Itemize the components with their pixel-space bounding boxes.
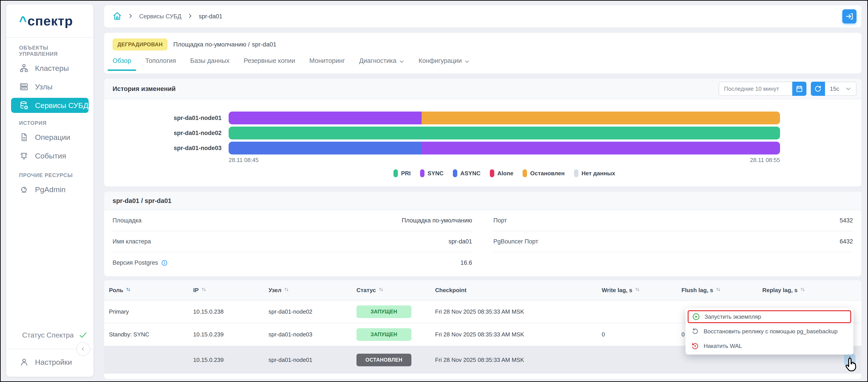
timeline-track[interactable] [229,142,780,154]
legend-item: ASYNC [453,169,480,177]
legend-swatch [574,169,579,177]
cluster-info-right-column: Порт 5432 PgBouncer Порт 6432 [493,210,853,273]
refresh-interval-select[interactable]: 15с [825,82,857,96]
sidebar-item-settings[interactable]: Настройки [6,353,93,371]
timeline-axis: 28.11 08:45 28.11 08:55 [229,157,780,164]
sort-icon [378,287,384,294]
column-header-ip[interactable]: IP [188,287,264,294]
legend-item: SYNC [420,169,443,177]
sidebar-item-label: PgAdmin [35,185,66,194]
sidebar-item-clusters[interactable]: Кластеры [11,59,89,77]
tab-topology[interactable]: Топология [145,56,176,71]
tab-diagnostics[interactable]: Диагностика [359,56,404,71]
sidebar-item-pgadmin[interactable]: PgAdmin [11,180,89,199]
timeline-start-label: 28.11 08:45 [229,157,258,164]
column-header-write-lag[interactable]: Write lag, s [597,287,677,294]
menu-item-start-instance[interactable]: Запустить экземпляр [688,310,851,323]
user-icon [20,357,29,367]
play-circle-icon [692,313,700,321]
menu-item-apply-wal[interactable]: Накатить WAL [688,340,851,352]
timeline-track[interactable] [229,127,780,139]
refresh-icon [814,85,822,93]
sort-icon [800,287,806,294]
column-header-status[interactable]: Статус [351,287,430,294]
breadcrumb-item-db-services[interactable]: Сервисы СУБД [139,13,181,20]
tab-overview[interactable]: Обзор [113,56,131,71]
info-row-pgbouncer-port: PgBouncer Порт 6432 [493,231,853,252]
sidebar-nav: ОБЪЕКТЫ УПРАВЛЕНИЯ Кластеры Узлы Сервисы… [6,45,93,199]
timeline-row-label: spr-da01-node02 [104,130,229,137]
column-header-node[interactable]: Узел [264,287,351,294]
panel-title: История изменений [113,85,176,93]
legend-swatch [523,169,527,177]
time-range-input[interactable] [719,82,792,96]
timeline-row: spr-da01-node02 [104,127,861,139]
column-header-role[interactable]: Роль [104,287,188,294]
logout-button[interactable] [842,9,857,24]
refresh-interval-value: 15с [830,85,839,92]
timeline-segment [229,111,422,125]
timeline-segment [229,142,422,154]
home-icon[interactable] [113,11,122,22]
column-header-replay-lag[interactable]: Replay lag, s [757,287,857,294]
tab-monitoring[interactable]: Мониторинг [309,56,345,71]
settings-label: Настройки [35,358,72,367]
refresh-control: 15с [811,82,857,96]
sidebar-item-events[interactable]: События [11,146,89,165]
legend-swatch [490,169,494,177]
info-row-site: Площадка Площадка по-умолчанию [113,210,472,231]
nav-section-objects: ОБЪЕКТЫ УПРАВЛЕНИЯ [11,45,89,57]
service-overview-header: ДЕГРАДИРОВАН Площадка по-умолчанию /spr-… [104,33,861,73]
breadcrumb-item-current: spr-da01 [199,13,222,20]
status-badge: ЗАПУЩЕН [356,328,411,341]
legend-swatch [420,169,425,177]
legend-item: Alone [490,169,513,177]
legend-swatch [453,169,457,177]
sidebar-item-label: Узлы [35,82,53,91]
change-history-panel: История изменений 15с spr-da01-node01 [104,79,861,186]
timeline-segment [422,111,780,125]
menu-item-restore-replica[interactable]: Восстановить реплику с помощью pg_baseba… [688,325,851,338]
service-title-row: ДЕГРАДИРОВАН Площадка по-умолчанию /spr-… [104,33,861,50]
chevron-down-icon [845,86,851,92]
nav-section-other: ПРОЧИЕ РЕСУРСЫ [11,172,89,178]
spektr-status: Статус Спектра [6,331,93,340]
timeline-row-label: spr-da01-node03 [104,145,229,151]
sidebar-item-label: Сервисы СУБД [35,101,88,110]
sidebar-item-label: События [35,151,66,160]
sidebar-item-operations[interactable]: Операции [11,128,89,146]
status-timeline-chart: spr-da01-node01 spr-da01-node02 spr-da01… [104,99,861,177]
sort-icon [715,287,721,294]
breadcrumb: Сервисы СУБД spr-da01 [104,5,861,28]
mouse-cursor-hand-icon [844,357,859,375]
tab-configurations[interactable]: Конфигурации [418,56,470,71]
column-header-checkpoint: Checkpoint [430,287,597,294]
timeline-track[interactable] [229,111,780,125]
tab-databases[interactable]: Базы данных [190,56,229,71]
calendar-button[interactable] [792,82,806,96]
timeline-end-label: 28.11 08:55 [750,157,780,164]
timeline-legend: PRI SYNC ASYNC Alone Остановлен Нет данн… [229,169,780,177]
refresh-button[interactable] [811,82,825,96]
timeline-row-label: spr-da01-node01 [104,115,229,121]
logo-text: спектр [28,13,73,29]
history-controls: 15с [719,82,857,96]
sidebar-item-db-services[interactable]: Сервисы СУБД [11,98,89,113]
bell-icon [19,151,29,161]
sidebar-item-nodes[interactable]: Узлы [11,77,89,96]
status-badge: ЗАПУЩЕН [356,305,411,318]
chevron-down-icon [464,59,470,64]
service-name: spr-da01 [252,41,277,48]
column-header-flush-lag[interactable]: Flush lag, s [677,287,757,294]
chevron-left-icon [80,346,86,352]
tab-backups[interactable]: Резервные копии [244,56,295,71]
legend-item: Нет данных [574,169,615,177]
info-row-port: Порт 5432 [493,210,853,231]
calendar-icon [796,85,803,93]
row-actions-menu: Запустить экземпляр Восстановить реплику… [685,308,854,354]
info-icon[interactable] [161,259,168,266]
sidebar-item-label: Кластеры [35,64,69,73]
chevron-right-icon [181,13,199,20]
info-row-postgres-version: Версия Postgres 16.6 [113,252,472,273]
sort-icon [284,287,289,294]
